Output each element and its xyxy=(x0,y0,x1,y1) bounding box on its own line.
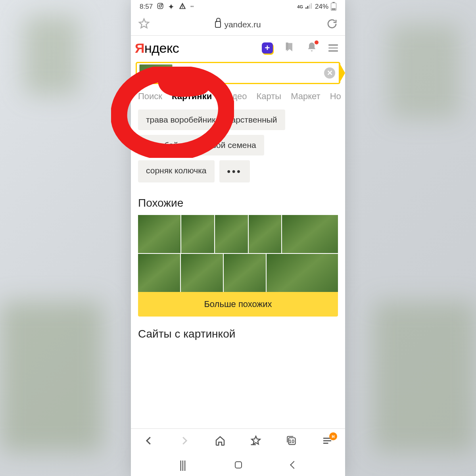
svg-rect-4 xyxy=(182,7,183,8)
svg-point-2 xyxy=(161,4,162,5)
home-icon[interactable] xyxy=(214,435,226,448)
image-result[interactable] xyxy=(267,254,338,292)
svg-rect-5 xyxy=(305,8,307,9)
tab-maps[interactable]: Карты xyxy=(256,91,281,102)
tab-images[interactable]: Картинки xyxy=(172,91,212,102)
instagram-icon xyxy=(157,2,164,12)
sparkle-icon: ✦ xyxy=(168,2,175,12)
battery-icon xyxy=(331,3,336,11)
tabs-icon[interactable]: 10 xyxy=(286,435,298,448)
reload-icon[interactable] xyxy=(326,18,338,31)
similar-images-grid xyxy=(131,215,345,292)
nav-forward-icon xyxy=(178,435,190,448)
browser-bottom-bar: 10 н xyxy=(131,428,345,454)
image-result[interactable] xyxy=(249,215,282,253)
search-tabs: Поиск Картинки Видео Карты Маркет Но xyxy=(131,84,345,106)
svg-point-1 xyxy=(159,5,161,7)
android-nav-bar: ||| xyxy=(131,454,345,476)
back-button[interactable] xyxy=(290,461,298,469)
image-result[interactable] xyxy=(138,254,180,292)
menu-badge: н xyxy=(329,432,337,440)
svg-rect-7 xyxy=(309,5,310,9)
tab-more[interactable]: Но xyxy=(330,91,341,102)
yandex-header: Яндекс + xyxy=(131,36,345,60)
home-button[interactable] xyxy=(235,461,242,468)
bookmark-star-icon[interactable] xyxy=(138,18,150,31)
recent-apps-button[interactable]: ||| xyxy=(179,459,186,471)
more-dots-icon: •• xyxy=(190,4,194,10)
tabs-count: 10 xyxy=(286,438,298,444)
chip-suggestion[interactable]: сорняк колючка xyxy=(138,160,215,182)
svg-rect-8 xyxy=(311,3,312,9)
section-sites-title: Сайты с картинкой xyxy=(131,317,345,346)
section-similar-title: Похожие xyxy=(131,186,345,215)
notifications-icon[interactable] xyxy=(306,42,317,54)
more-similar-button[interactable]: Больше похожих xyxy=(138,292,338,317)
chip-more[interactable]: ••• xyxy=(219,160,250,182)
image-result[interactable] xyxy=(282,215,338,253)
browser-address-bar: yandex.ru xyxy=(131,13,345,36)
image-result[interactable] xyxy=(181,215,214,253)
yandex-logo[interactable]: Яндекс xyxy=(135,40,179,56)
plus-icon[interactable]: + xyxy=(262,42,273,54)
chip-suggestion[interactable]: трава воробейник лекарственный xyxy=(138,109,285,130)
status-time: 8:57 xyxy=(140,3,153,11)
svg-rect-6 xyxy=(307,6,309,9)
network-4g-icon: 4G xyxy=(297,4,303,9)
tab-search[interactable]: Поиск xyxy=(138,91,162,102)
browser-menu-icon[interactable]: н xyxy=(321,435,333,448)
lock-icon xyxy=(215,21,221,28)
favorites-icon[interactable] xyxy=(250,435,262,448)
url-text: yandex.ru xyxy=(224,20,261,29)
bookmark-icon[interactable] xyxy=(284,42,295,54)
address-bar-url[interactable]: yandex.ru xyxy=(215,20,261,29)
image-result[interactable] xyxy=(138,215,180,253)
phone-frame: 8:57 ✦ •• 4G 24% yandex.ru xyxy=(131,0,345,476)
signal-icon xyxy=(305,3,313,11)
status-bar: 8:57 ✦ •• 4G 24% xyxy=(131,0,345,13)
suggestion-chips: трава воробейник лекарственный воробейни… xyxy=(131,106,345,186)
svg-rect-3 xyxy=(182,6,183,7)
search-image-thumbnail[interactable] xyxy=(139,64,173,82)
menu-icon[interactable] xyxy=(328,44,338,52)
chip-suggestion[interactable]: воробейник полевой семена xyxy=(138,135,264,155)
nav-back-icon[interactable] xyxy=(143,435,155,448)
search-box[interactable]: ✕ xyxy=(136,62,340,84)
clear-search-icon[interactable]: ✕ xyxy=(324,67,335,79)
image-result[interactable] xyxy=(215,215,248,253)
image-result[interactable] xyxy=(181,254,223,292)
image-result[interactable] xyxy=(224,254,266,292)
tab-market[interactable]: Маркет xyxy=(291,91,321,102)
tab-video[interactable]: Видео xyxy=(221,91,247,102)
notification-dot xyxy=(315,40,319,44)
warning-icon xyxy=(178,2,186,12)
battery-percent: 24% xyxy=(315,3,328,11)
